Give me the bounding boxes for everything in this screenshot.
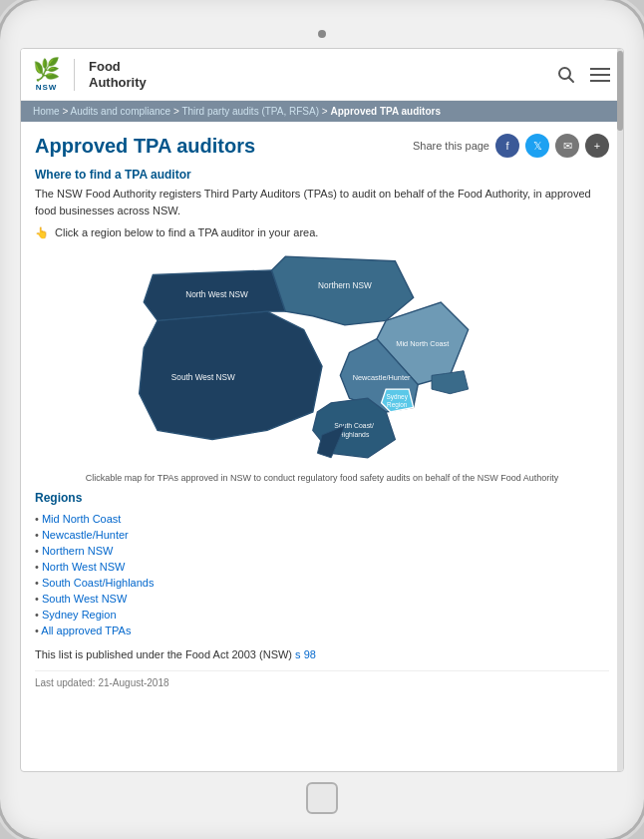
sydney-label: Sydney: [386, 393, 408, 401]
scroll-indicator[interactable]: [617, 49, 623, 771]
menu-icon[interactable]: [589, 64, 611, 86]
nsw-logo: 🌿 NSW: [33, 57, 60, 92]
svg-line-1: [569, 77, 574, 82]
logo-divider: [74, 59, 75, 91]
nsw-map-container: South West NSW North West NSW Northern N…: [35, 247, 609, 467]
share-label: Share this page: [413, 140, 489, 152]
region-link-northern-nsw[interactable]: Northern NSW: [42, 545, 114, 557]
header-icons: [555, 64, 611, 86]
northern-nsw-label: Northern NSW: [318, 281, 372, 290]
share-facebook-button[interactable]: f: [495, 134, 519, 158]
food-authority-text: Food Authority: [89, 59, 147, 90]
region-north-west-nsw: North West NSW: [35, 559, 609, 575]
region-link-all-tpa[interactable]: All approved TPAs: [41, 625, 131, 636]
nsw-leaf-icon: 🌿: [33, 57, 60, 83]
region-link-newcastle-hunter[interactable]: Newcastle/Hunter: [42, 529, 129, 541]
region-link-south-west-nsw[interactable]: South West NSW: [42, 593, 127, 605]
food-act-link[interactable]: s 98: [295, 648, 316, 660]
region-northern-nsw: Northern NSW: [35, 543, 609, 559]
breadcrumb-audits[interactable]: Audits and compliance: [71, 106, 171, 117]
site-header: 🌿 NSW Food Authority: [21, 49, 623, 101]
south-coast-label2: Highlands: [339, 431, 370, 439]
share-email-button[interactable]: ✉: [555, 134, 579, 158]
south-west-label: South West NSW: [171, 373, 235, 382]
last-updated: Last updated: 21-August-2018: [35, 670, 609, 688]
northern-nsw-region[interactable]: [272, 256, 414, 325]
region-newcastle-hunter: Newcastle/Hunter: [35, 527, 609, 543]
breadcrumb-home[interactable]: Home: [33, 106, 60, 117]
region-link-mid-north-coast[interactable]: Mid North Coast: [42, 513, 121, 525]
tablet-screen: 🌿 NSW Food Authority: [20, 48, 624, 772]
tablet-camera: [318, 30, 326, 38]
region-link-north-west-nsw[interactable]: North West NSW: [42, 561, 126, 573]
nsw-map-svg: South West NSW North West NSW Northern N…: [35, 247, 609, 467]
food-act-text: This list is published under the Food Ac…: [35, 648, 609, 660]
search-icon[interactable]: [555, 64, 577, 86]
region-all-tpa: All approved TPAs: [35, 623, 609, 638]
page-title: Approved TPA auditors: [35, 135, 255, 158]
tablet-home-button[interactable]: [306, 782, 338, 814]
where-title: Where to find a TPA auditor: [35, 168, 609, 182]
where-desc: The NSW Food Authority registers Third P…: [35, 186, 609, 218]
click-hint-text: Click a region below to find a TPA audit…: [55, 226, 318, 238]
tablet-frame: 🌿 NSW Food Authority: [0, 0, 644, 839]
region-sydney: Sydney Region: [35, 607, 609, 623]
nsw-text: NSW: [36, 83, 58, 92]
regions-list: Mid North Coast Newcastle/Hunter Norther…: [35, 511, 609, 638]
share-row: Share this page f 𝕏 ✉ +: [413, 134, 609, 158]
breadcrumb-current: Approved TPA auditors: [330, 106, 441, 117]
scroll-thumb: [617, 51, 623, 131]
mid-north-coast-label: Mid North Coast: [396, 339, 449, 348]
sydney-label2: Region: [387, 401, 408, 409]
page-title-row: Approved TPA auditors Share this page f …: [35, 134, 609, 158]
newcastle-hunter-label: Newcastle/Hunter: [353, 373, 411, 382]
region-link-south-coast-highlands[interactable]: South Coast/Highlands: [42, 577, 155, 589]
share-more-button[interactable]: +: [585, 134, 609, 158]
breadcrumb: Home > Audits and compliance > Third par…: [21, 101, 623, 122]
region-link-sydney[interactable]: Sydney Region: [42, 609, 117, 621]
header-logo: 🌿 NSW Food Authority: [33, 57, 147, 92]
cursor-icon: 👆: [35, 226, 49, 239]
map-caption: Clickable map for TPAs approved in NSW t…: [35, 473, 609, 483]
north-west-label: North West NSW: [185, 290, 248, 299]
breadcrumb-third-party[interactable]: Third party audits (TPA, RFSA): [181, 106, 319, 117]
share-twitter-button[interactable]: 𝕏: [525, 134, 549, 158]
region-south-coast-highlands: South Coast/Highlands: [35, 575, 609, 591]
regions-title: Regions: [35, 491, 609, 505]
region-mid-north-coast: Mid North Coast: [35, 511, 609, 527]
main-content: Approved TPA auditors Share this page f …: [21, 122, 623, 771]
click-hint: 👆 Click a region below to find a TPA aud…: [35, 226, 609, 239]
region-south-west-nsw: South West NSW: [35, 591, 609, 607]
